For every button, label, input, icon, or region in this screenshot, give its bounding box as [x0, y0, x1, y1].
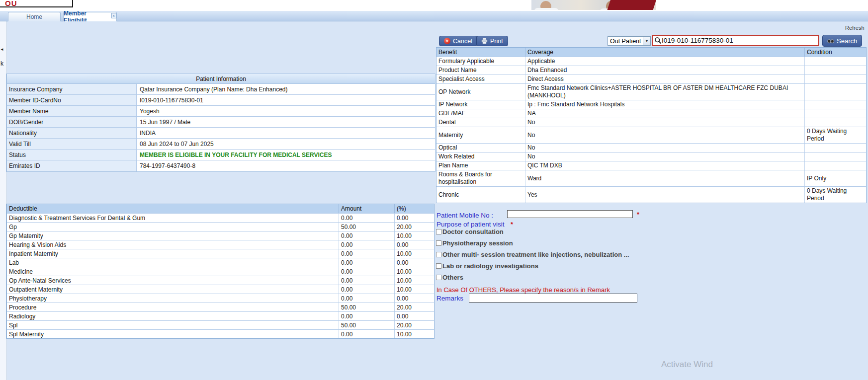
purpose-option[interactable]: Lab or radiology investigations — [436, 263, 629, 270]
search-input[interactable] — [662, 37, 816, 44]
deductible-name-cell: Gp Maternity — [7, 231, 339, 240]
app-logo-text: OU — [5, 0, 17, 7]
patient-info-rows: Insurance CompanyQatar Insurance Company… — [7, 84, 435, 171]
deductible-percent-cell: 20.00 — [395, 303, 434, 311]
deductible-percent-cell: 0.00 — [395, 240, 434, 249]
deductible-percent-cell: 0.00 — [395, 258, 434, 267]
benefit-condition-cell — [805, 144, 866, 152]
deductible-amount-cell: 0.00 — [339, 249, 395, 258]
deductible-header-cell: Deductible — [7, 204, 339, 213]
remarks-label: Remarks — [436, 295, 463, 302]
patient-mobile-input[interactable] — [507, 210, 633, 218]
patient-info-title: Patient Information — [7, 74, 435, 84]
benefit-coverage-cell: NA — [525, 109, 805, 118]
visit-type-select[interactable]: Out Patient ▼ — [608, 36, 651, 46]
deductible-amount-cell: 0.00 — [339, 285, 395, 294]
patient-info-label: Insurance Company — [7, 84, 137, 94]
tab-close-icon[interactable]: x — [111, 13, 116, 18]
patient-info-row: Member NameYogesh — [7, 106, 435, 117]
benefit-row: OpticalNo — [436, 143, 866, 152]
benefit-name-cell: OP Network — [436, 84, 525, 100]
patient-info-label: Status — [7, 150, 137, 160]
refresh-link[interactable]: Refresh — [845, 25, 865, 31]
deductible-amount-cell: 0.00 — [339, 312, 395, 320]
purpose-option[interactable]: Others — [436, 274, 629, 281]
deductible-percent-cell: 10.00 — [395, 330, 434, 338]
checkbox-icon[interactable] — [436, 229, 441, 234]
benefit-condition-cell — [805, 84, 866, 100]
deductible-row: Outpatient Maternity0.0010.00 — [7, 285, 434, 294]
deductible-row: Physiotherapy0.000.00 — [7, 294, 434, 303]
checkbox-icon[interactable] — [436, 240, 441, 246]
deductible-amount-cell: 0.00 — [339, 258, 395, 267]
benefit-coverage-cell: Ward — [525, 170, 805, 186]
search-button[interactable]: Search — [822, 35, 862, 47]
search-icon — [654, 37, 662, 44]
deductible-name-cell: Hearing & Vision Aids — [7, 240, 339, 249]
deductible-row: Gp50.0020.00 — [7, 222, 434, 231]
benefit-row: Formulary ApplicableApplicable — [436, 57, 866, 66]
benefit-name-cell: Plan Name — [436, 161, 525, 170]
tab-bar: Home Member Eligibilit x — [0, 11, 868, 21]
header-photo — [531, 0, 656, 10]
benefit-name-cell: Optical — [436, 144, 525, 152]
deductible-header-cell: Amount — [339, 204, 395, 213]
patient-info-value: I019-010-116775830-01 — [137, 95, 435, 105]
cancel-button-label: Cancel — [453, 38, 472, 45]
patient-info-value: 15 Jun 1997 / Male — [137, 117, 435, 127]
purpose-option[interactable]: Doctor consultation — [436, 228, 629, 235]
patient-info-value: Qatar Insurance Company (Plan Name: Dha … — [137, 84, 435, 94]
benefit-condition-cell — [805, 118, 866, 127]
purpose-option[interactable]: Physiotherapy session — [436, 240, 629, 247]
deductible-name-cell: Spl Maternity — [7, 330, 339, 338]
benefit-name-cell: Specialist Access — [436, 75, 525, 83]
benefit-name-cell: Maternity — [436, 127, 525, 143]
deductible-table-header: DeductibleAmount(%) — [7, 204, 434, 213]
purpose-options-list: Doctor consultationPhysiotherapy session… — [436, 228, 629, 281]
checkbox-icon[interactable] — [436, 252, 441, 257]
deductible-percent-cell: 10.00 — [395, 231, 434, 240]
benefit-name-cell: Chronic — [436, 187, 525, 203]
chevron-down-icon[interactable]: ▼ — [643, 37, 650, 45]
tab-member-eligibility[interactable]: Member Eligibilit x — [63, 12, 117, 21]
deductible-row: Spl Maternity0.0010.00 — [7, 329, 434, 338]
cancel-x-icon: x — [444, 38, 450, 44]
benefit-coverage-cell: No — [525, 127, 805, 143]
checkbox-icon[interactable] — [436, 263, 441, 269]
purpose-option-label: Physiotherapy session — [442, 240, 513, 247]
deductible-row: Lab0.000.00 — [7, 258, 434, 267]
patient-info-row: Member ID-CardNoI019-010-116775830-01 — [7, 95, 435, 106]
benefit-name-cell: Dental — [436, 118, 525, 127]
checkbox-icon[interactable] — [436, 275, 441, 280]
deductible-amount-cell: 0.00 — [339, 294, 395, 303]
member-search-field[interactable] — [652, 35, 819, 46]
patient-info-row: DOB/Gender15 Jun 1997 / Male — [7, 117, 435, 128]
benefit-coverage-cell: No — [525, 144, 805, 152]
deductible-table: DeductibleAmount(%) Diagnostic & Treatme… — [6, 204, 434, 339]
print-button[interactable]: Print — [476, 36, 508, 46]
cancel-button[interactable]: x Cancel — [439, 36, 477, 46]
benefit-coverage-cell: Ip : Fmc Standard Network Hospitals — [525, 100, 805, 109]
deductible-name-cell: Radiology — [7, 312, 339, 320]
deductible-name-cell: Inpatient Maternity — [7, 249, 339, 258]
benefit-coverage-cell: Yes — [525, 187, 805, 203]
deductible-percent-cell: 20.00 — [395, 223, 434, 231]
deductible-name-cell: Diagnostic & Treatment Services For Dent… — [7, 214, 339, 222]
remarks-input[interactable] — [469, 294, 637, 303]
patient-info-row: Insurance CompanyQatar Insurance Company… — [7, 84, 435, 95]
benefit-condition-cell: 0 Days Waiting Period — [805, 187, 866, 203]
tab-home[interactable]: Home — [8, 12, 61, 21]
patient-info-label: Valid Till — [7, 139, 137, 149]
member-eligibility-page: OU Home Member Eligibilit x ◄ k Refresh … — [0, 0, 868, 380]
deductible-amount-cell: 50.00 — [339, 223, 395, 231]
collapse-arrow-icon[interactable]: ◄ — [0, 47, 4, 52]
deductible-name-cell: Lab — [7, 258, 339, 267]
benefit-condition-cell — [805, 66, 866, 75]
purpose-option[interactable]: Other multi- session treatment like inje… — [436, 251, 629, 258]
benefit-row: OP NetworkFmc Standard Network Clinics+A… — [436, 83, 866, 100]
deductible-row: Inpatient Maternity0.0010.00 — [7, 249, 434, 258]
benefit-coverage-cell: QIC TM DXB — [525, 161, 805, 170]
benefit-coverage-cell: Dha Enhanced — [525, 66, 805, 75]
benefit-coverage-cell: Fmc Standard Network Clinics+ASTER HOSPI… — [525, 84, 805, 100]
patient-info-label: Member ID-CardNo — [7, 95, 137, 105]
